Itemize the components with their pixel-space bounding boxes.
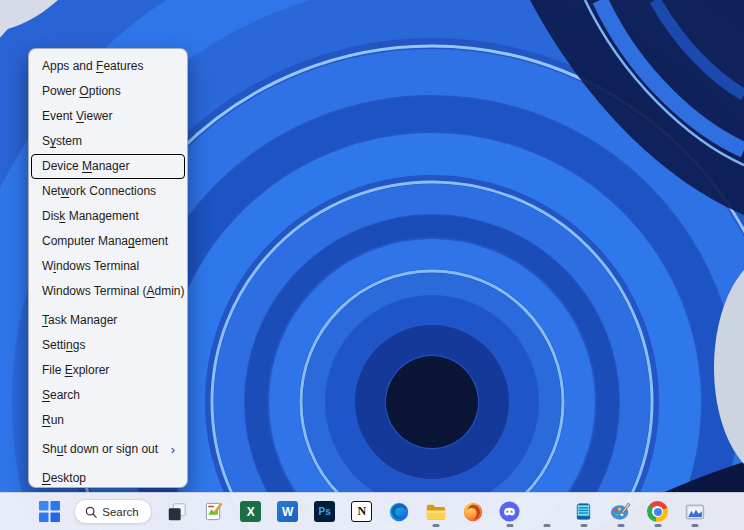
edge-button[interactable] [387,493,411,530]
discord-icon [498,500,521,523]
menu-item-disk-management[interactable]: Disk Management [31,204,185,229]
paint-button[interactable] [609,493,633,530]
running-indicator [617,524,624,527]
search-box[interactable]: Search [74,493,151,530]
windows-logo-icon [39,501,60,522]
excel-icon: X [240,501,261,522]
menu-item-computer-management[interactable]: Computer Management [31,229,185,254]
menu-item-windows-terminal[interactable]: Windows Terminal [31,254,185,279]
running-indicator [691,524,698,527]
firefox-icon [462,501,484,523]
menu-item-device-manager[interactable]: Device Manager [31,154,185,179]
menu-item-search[interactable]: Search [31,383,185,408]
photos-icon [684,501,706,523]
task-view-button[interactable] [165,493,189,530]
chrome-icon [647,501,668,522]
photoshop-icon: Ps [314,501,335,522]
photoshop-button[interactable]: Ps [313,493,337,530]
file-explorer-icon [425,501,447,523]
notion-icon: N [351,501,372,522]
search-label: Search [102,506,138,518]
menu-item-desktop[interactable]: Desktop [31,466,185,491]
hidden-app-button[interactable] [535,493,559,530]
menu-item-event-viewer[interactable]: Event Viewer [31,104,185,129]
notepad-button[interactable] [572,493,596,530]
menu-item-task-manager[interactable]: Task Manager [31,308,185,333]
notepad-plus-plus-button[interactable] [202,493,226,530]
paint-icon [609,500,632,523]
edge-icon [388,501,410,523]
notepad-icon [573,501,594,522]
notepad-plus-plus-icon [203,501,224,522]
chrome-button[interactable] [646,493,670,530]
discord-button[interactable] [498,493,522,530]
word-icon: W [277,501,298,522]
menu-item-run[interactable]: Run [31,408,185,433]
task-view-icon [166,501,188,523]
firefox-button[interactable] [461,493,485,530]
menu-item-windows-terminal-admin[interactable]: Windows Terminal (Admin) [31,279,185,304]
submenu-chevron-icon: › [171,437,175,462]
running-indicator [543,524,550,527]
taskbar: Search X W [0,492,744,530]
menu-item-file-explorer[interactable]: File Explorer [31,358,185,383]
menu-item-apps-and-features[interactable]: Apps and Features [31,54,185,79]
start-button[interactable] [37,493,61,530]
blank-app-icon [538,500,556,524]
file-explorer-button[interactable] [424,493,448,530]
notion-button[interactable]: N [350,493,374,530]
menu-item-network-connections[interactable]: Network Connections [31,179,185,204]
running-indicator [580,524,587,527]
menu-item-settings[interactable]: Settings [31,333,185,358]
photos-button[interactable] [683,493,707,530]
running-indicator [654,524,661,527]
desktop: Apps and Features Power Options Event Vi… [0,0,744,530]
menu-item-power-options[interactable]: Power Options [31,79,185,104]
excel-button[interactable]: X [239,493,263,530]
menu-item-shut-down-or-sign-out[interactable]: Shut down or sign out › [31,437,185,462]
running-indicator [506,524,513,527]
menu-item-system[interactable]: System [31,129,185,154]
winx-menu: Apps and Features Power Options Event Vi… [28,48,188,488]
search-icon [85,506,97,518]
running-indicator [432,524,439,527]
word-button[interactable]: W [276,493,300,530]
